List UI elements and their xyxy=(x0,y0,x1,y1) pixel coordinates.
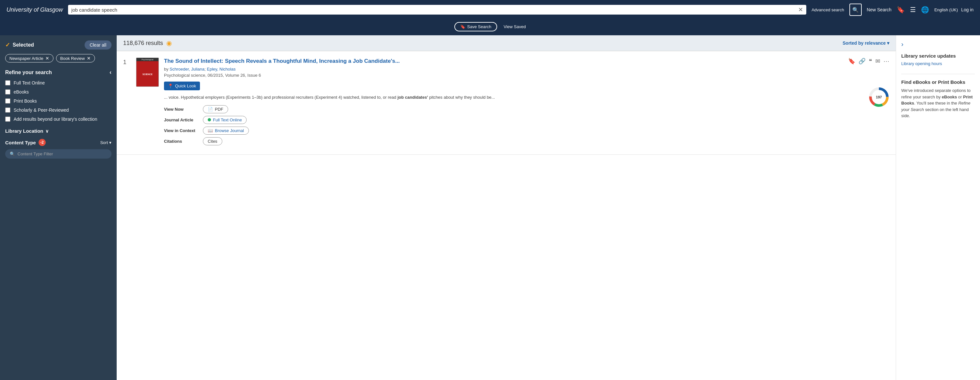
pdf-icon: 📄 xyxy=(208,107,213,112)
menu-icon[interactable]: ☰ xyxy=(910,6,916,14)
result-meta: Psychological science, 06/2015, Volume 2… xyxy=(164,73,832,78)
divider xyxy=(901,74,975,74)
refine-options: Full Text Online eBooks Print Books Scho… xyxy=(5,80,111,122)
full-text-online-button[interactable]: Full Text Online xyxy=(203,116,247,124)
result-item: 1 Psychological SCIENCE The Sound of Int… xyxy=(117,51,896,155)
login-link[interactable]: Log in xyxy=(961,7,974,12)
selected-header: ✓ Selected Clear all xyxy=(5,40,111,49)
link-result-button[interactable]: 🔗 xyxy=(859,58,865,65)
beyond-collection-option[interactable]: Add results beyond our library's collect… xyxy=(5,117,111,122)
newspaper-tag-label: Newspaper Article xyxy=(10,56,43,61)
full-text-online-option[interactable]: Full Text Online xyxy=(5,80,111,86)
header-icons: 🔖 ☰ 🌐 xyxy=(897,6,929,14)
sort-dropdown-icon[interactable]: ▾ xyxy=(887,40,889,46)
book-review-tag-label: Book Review xyxy=(60,56,85,61)
header: University of Glasgow ✕ Advanced search … xyxy=(0,0,980,19)
main-layout: ✓ Selected Clear all Newspaper Article ✕… xyxy=(0,35,980,380)
save-bookmark-icon: 🔖 xyxy=(460,24,465,29)
library-updates-title: Library service updates xyxy=(901,53,975,59)
full-text-online-checkbox[interactable] xyxy=(5,80,10,86)
quick-look-button[interactable]: 📍 Quick Look xyxy=(164,82,200,90)
save-search-button[interactable]: 🔖 Save Search xyxy=(454,22,497,32)
library-location-chevron: ∨ xyxy=(45,128,49,134)
language-label: English (UK) xyxy=(934,8,958,12)
right-sidebar-toggle[interactable]: › xyxy=(901,40,904,48)
result-actions: 🔖 🔗 ❝ ✉ ⋯ 197 xyxy=(837,58,889,148)
content-type-filter-bar: 🔍 xyxy=(5,149,111,158)
citations-row: Citations Cites xyxy=(164,137,832,145)
cites-button[interactable]: Cites xyxy=(203,137,222,145)
library-opening-hours-link[interactable]: Library opening hours xyxy=(901,61,975,66)
bookmark-result-button[interactable]: 🔖 xyxy=(848,58,855,65)
ebooks-description: We've introduced separate options to ref… xyxy=(901,87,975,119)
search-button[interactable]: 🔍 xyxy=(850,3,862,16)
globe-icon[interactable]: 🌐 xyxy=(921,6,929,14)
ebooks-checkbox[interactable] xyxy=(5,89,10,95)
ebooks-option[interactable]: eBooks xyxy=(5,89,111,95)
refine-collapse-icon[interactable]: ‹ xyxy=(110,69,111,76)
book-review-tag-remove[interactable]: ✕ xyxy=(87,56,91,61)
view-saved-button[interactable]: View Saved xyxy=(504,24,526,29)
library-updates-section: Library service updates Library opening … xyxy=(901,53,975,66)
clear-all-button[interactable]: Clear all xyxy=(84,40,111,49)
svg-text:197: 197 xyxy=(876,95,882,99)
clear-search-button[interactable]: ✕ xyxy=(798,7,803,13)
result-title[interactable]: The Sound of Intellect: Speech Reveals a… xyxy=(164,58,832,65)
advanced-search-link[interactable]: Advanced search xyxy=(811,8,844,12)
view-now-row: View Now 📄 PDF xyxy=(164,105,832,113)
ebooks-section: Find eBooks or Print Books We've introdu… xyxy=(901,79,975,119)
quote-result-button[interactable]: ❝ xyxy=(869,58,872,65)
browse-journal-button[interactable]: 📖 Browse Journal xyxy=(203,127,249,135)
author-epley-link[interactable]: Epley, Nicholas xyxy=(207,66,235,71)
author-schroeder-link[interactable]: Schroeder, Juliana xyxy=(170,66,205,71)
sort-button[interactable]: Sort ▾ xyxy=(100,140,111,145)
pdf-button[interactable]: 📄 PDF xyxy=(203,105,228,113)
search-icon: 🔍 xyxy=(852,7,859,13)
rss-icon[interactable]: ◉ xyxy=(166,39,172,47)
content-type-filter-input[interactable] xyxy=(18,152,107,156)
filter-tags: Newspaper Article ✕ Book Review ✕ xyxy=(5,54,111,62)
beyond-collection-checkbox[interactable] xyxy=(5,117,10,122)
action-icons: 🔖 🔗 ❝ ✉ ⋯ xyxy=(848,58,889,65)
content-type-badge: -2 xyxy=(38,139,46,146)
bookmark-icon[interactable]: 🔖 xyxy=(897,6,905,14)
sub-header: 🔖 Save Search View Saved xyxy=(0,19,980,35)
result-thumbnail: Psychological SCIENCE xyxy=(136,58,159,87)
new-search-button[interactable]: New Search xyxy=(867,7,891,12)
journal-article-row: Journal Article Full Text Online xyxy=(164,116,832,124)
content-type-header: Content Type -2 Sort ▾ xyxy=(5,139,111,146)
result-number: 1 xyxy=(123,58,131,148)
content-type-left: Content Type -2 xyxy=(5,139,46,146)
journal-article-label: Journal Article xyxy=(164,117,200,122)
book-review-tag[interactable]: Book Review ✕ xyxy=(56,54,95,62)
lang-login: English (UK) Log in xyxy=(934,7,974,12)
right-sidebar: › Library service updates Library openin… xyxy=(896,35,980,380)
result-content: The Sound of Intellect: Speech Reveals a… xyxy=(164,58,832,148)
newspaper-tag-remove[interactable]: ✕ xyxy=(45,56,49,61)
search-bar: ✕ xyxy=(68,5,806,14)
view-now-label: View Now xyxy=(164,107,200,112)
sort-chevron-icon: ▾ xyxy=(109,140,111,145)
scholarly-option[interactable]: Scholarly & Peer-Reviewed xyxy=(5,108,111,112)
left-sidebar: ✓ Selected Clear all Newspaper Article ✕… xyxy=(0,35,117,380)
results-count: 118,676 results ◉ xyxy=(123,39,172,47)
print-books-checkbox[interactable] xyxy=(5,98,10,104)
print-books-option[interactable]: Print Books xyxy=(5,98,111,104)
ebooks-bold1: eBooks xyxy=(942,95,957,99)
library-location-section[interactable]: Library Location ∨ xyxy=(5,128,111,134)
search-input[interactable] xyxy=(71,7,795,13)
newspaper-article-tag[interactable]: Newspaper Article ✕ xyxy=(5,54,54,62)
refine-title: Refine your search ‹ xyxy=(5,69,111,76)
quick-look-icon: 📍 xyxy=(168,84,173,89)
sort-by: Sorted by relevance ▾ xyxy=(843,40,889,46)
results-area: 118,676 results ◉ Sorted by relevance ▾ … xyxy=(117,35,896,380)
content-type-section: Content Type -2 Sort ▾ 🔍 xyxy=(5,139,111,158)
more-result-button[interactable]: ⋯ xyxy=(883,58,889,65)
scholarly-checkbox[interactable] xyxy=(5,108,10,112)
result-abstract: ... voice. Hypothetical employers (Exper… xyxy=(164,94,832,101)
cover-text: SCIENCE xyxy=(142,73,153,76)
ebooks-title: Find eBooks or Print Books xyxy=(901,79,975,85)
check-icon: ✓ xyxy=(5,41,10,49)
email-result-button[interactable]: ✉ xyxy=(875,58,880,65)
filter-search-icon: 🔍 xyxy=(10,152,15,156)
